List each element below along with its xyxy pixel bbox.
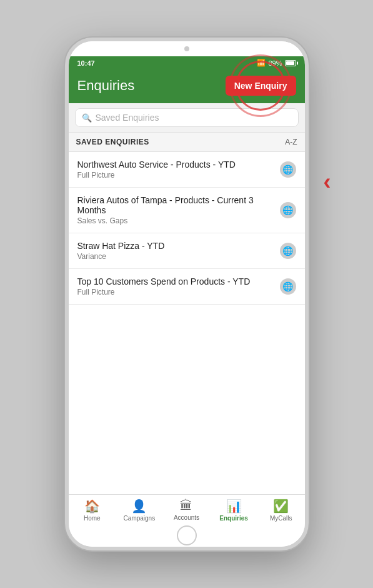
enquiry-item-content: Straw Hat Pizza - YTD Variance xyxy=(77,241,274,261)
nav-item-mycalls[interactable]: ✅ MyCalls xyxy=(257,499,305,522)
bottom-nav: 🏠 Home 👤 Campaigns 🏛 Accounts 📊 Enquirie… xyxy=(69,494,305,524)
device-bottom-bezel xyxy=(69,524,305,547)
nav-item-campaigns[interactable]: 👤 Campaigns xyxy=(116,499,163,522)
list-item[interactable]: Riviera Autos of Tampa - Products - Curr… xyxy=(69,188,305,233)
enquiry-list: Northwest Auto Service - Products - YTD … xyxy=(69,152,305,494)
enquiry-item-content: Top 10 Customers Spend on Products - YTD… xyxy=(77,276,274,297)
nav-label-mycalls: MyCalls xyxy=(270,515,292,522)
enquiry-item-content: Northwest Auto Service - Products - YTD … xyxy=(77,160,274,180)
status-bar: 10:47 📶 89% xyxy=(69,56,305,69)
sort-label: A-Z xyxy=(285,138,297,146)
accounts-icon: 🏛 xyxy=(180,499,192,513)
enquiry-sub: Full Picture xyxy=(77,288,274,297)
nav-label-campaigns: Campaigns xyxy=(124,515,156,522)
nav-item-home[interactable]: 🏠 Home xyxy=(69,499,116,522)
home-button[interactable] xyxy=(177,525,197,545)
enquiry-sub: Sales vs. Gaps xyxy=(77,216,274,225)
page-title: Enquiries xyxy=(77,78,135,94)
mycalls-icon: ✅ xyxy=(273,499,289,514)
status-time: 10:47 xyxy=(77,59,95,67)
enquiry-item-content: Riviera Autos of Tampa - Products - Curr… xyxy=(77,195,274,225)
search-input-wrapper[interactable]: 🔍 Saved Enquiries xyxy=(75,108,299,127)
device-frame: 10:47 📶 89% Enquiries New Enquiry 🔍 Sa xyxy=(65,38,309,550)
globe-icon: 🌐 xyxy=(280,278,296,295)
list-item[interactable]: Northwest Auto Service - Products - YTD … xyxy=(69,152,305,188)
nav-label-home: Home xyxy=(84,515,101,522)
campaigns-icon: 👤 xyxy=(131,499,147,514)
globe-icon: 🌐 xyxy=(280,202,296,218)
list-item[interactable]: Top 10 Customers Spend on Products - YTD… xyxy=(69,269,305,305)
home-icon: 🏠 xyxy=(84,499,100,514)
new-enquiry-wrapper: New Enquiry xyxy=(226,76,296,96)
new-enquiry-button[interactable]: New Enquiry xyxy=(226,76,296,96)
search-icon: 🔍 xyxy=(82,113,92,123)
section-header: SAVED ENQUIRIES A-Z xyxy=(69,133,305,152)
globe-icon: 🌐 xyxy=(280,243,296,259)
camera-dot xyxy=(184,46,189,51)
globe-icon: 🌐 xyxy=(280,161,296,178)
enquiry-name: Riviera Autos of Tampa - Products - Curr… xyxy=(77,195,274,215)
enquiry-name: Straw Hat Pizza - YTD xyxy=(77,241,274,251)
saved-enquiries-label: SAVED ENQUIRIES xyxy=(76,138,149,146)
status-right: 📶 89% xyxy=(257,59,296,67)
nav-label-enquiries: Enquiries xyxy=(219,515,248,522)
battery-icon xyxy=(285,60,296,66)
enquiry-sub: Full Picture xyxy=(77,171,274,180)
enquiry-sub: Variance xyxy=(77,252,274,261)
enquiry-name: Northwest Auto Service - Products - YTD xyxy=(77,160,274,170)
search-bar: 🔍 Saved Enquiries xyxy=(69,103,305,133)
nav-item-enquiries[interactable]: 📊 Enquiries xyxy=(210,499,257,522)
app-header: Enquiries New Enquiry xyxy=(69,69,305,103)
search-placeholder: Saved Enquiries xyxy=(96,113,159,123)
battery-percent: 89% xyxy=(268,59,282,67)
nav-item-accounts[interactable]: 🏛 Accounts xyxy=(163,499,211,522)
back-arrow: ‹ xyxy=(324,169,331,195)
device-top-bezel xyxy=(69,41,305,56)
nav-label-accounts: Accounts xyxy=(174,514,199,521)
list-item[interactable]: Straw Hat Pizza - YTD Variance 🌐 xyxy=(69,233,305,269)
enquiries-nav-icon: 📊 xyxy=(226,499,242,514)
status-icons: 📶 xyxy=(257,59,266,67)
enquiry-name: Top 10 Customers Spend on Products - YTD xyxy=(77,276,274,286)
